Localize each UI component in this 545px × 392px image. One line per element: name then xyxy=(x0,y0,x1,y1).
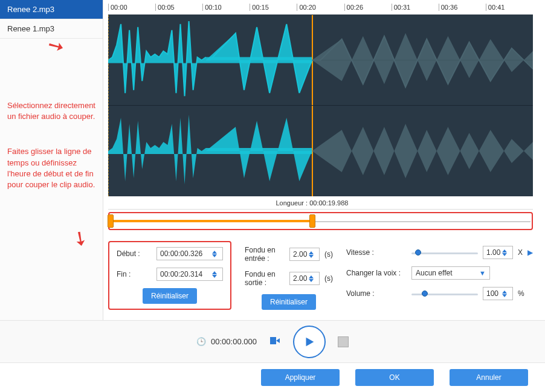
speed-input[interactable]: 1.00 xyxy=(483,246,513,259)
stop-button[interactable] xyxy=(338,336,349,347)
play-button[interactable] xyxy=(293,326,326,358)
ruler-tick: 00:31 xyxy=(392,4,439,11)
dialog-footer: Appliquer OK Annuler xyxy=(0,362,545,392)
spinner-icon[interactable] xyxy=(212,271,219,278)
range-slider[interactable] xyxy=(108,212,533,230)
fadeout-label: Fondu en sortie : xyxy=(245,270,285,287)
speed-value: 1.00 xyxy=(486,248,500,257)
voice-select[interactable]: Aucun effet ▼ xyxy=(411,266,490,280)
spinner-icon[interactable] xyxy=(309,251,316,258)
annotation-text: Sélectionnez directement un fichier audi… xyxy=(0,94,103,128)
start-time-value: 00:00:00.326 xyxy=(160,249,202,258)
waveform-display[interactable] xyxy=(108,15,533,196)
ruler-tick: 00:10 xyxy=(202,4,250,11)
ruler-tick: 00:20 xyxy=(297,4,344,11)
ruler-tick: 00:41 xyxy=(486,4,533,11)
slider-handle-start[interactable] xyxy=(108,214,114,228)
ok-button[interactable]: OK xyxy=(355,369,434,386)
fadeout-input[interactable]: 2.00 xyxy=(289,272,320,285)
time-ruler: 00:00 00:05 00:10 00:15 00:20 00:26 00:3… xyxy=(108,0,533,15)
fadeout-value: 2.00 xyxy=(293,274,307,283)
end-time-value: 00:00:20.314 xyxy=(160,270,202,278)
waveform-channel-left xyxy=(108,15,533,106)
waveform-channel-right xyxy=(108,106,533,196)
chevron-down-icon: ▼ xyxy=(479,269,486,277)
spinner-icon[interactable] xyxy=(502,249,509,256)
volume-label: Volume : xyxy=(346,289,407,298)
seconds-unit: (s) xyxy=(324,274,333,283)
start-time-input[interactable]: 00:00:00.326 xyxy=(156,247,223,260)
slider-selected-range xyxy=(111,220,312,222)
start-label: Début : xyxy=(117,249,152,258)
spinner-icon[interactable] xyxy=(212,251,219,257)
speed-label: Vitesse : xyxy=(346,248,407,257)
ruler-tick: 00:15 xyxy=(250,4,297,11)
ruler-tick: 00:26 xyxy=(344,4,392,11)
fadein-value: 2.00 xyxy=(293,250,307,259)
playback-time: 00:00:00.000 xyxy=(211,337,257,346)
spinner-icon[interactable] xyxy=(309,275,316,282)
cancel-button[interactable]: Annuler xyxy=(450,369,528,386)
fadein-label: Fondu en entrée : xyxy=(245,246,285,263)
marker-icon[interactable] xyxy=(269,336,281,347)
reset-fade-button[interactable]: Réinitialiser xyxy=(262,294,316,310)
volume-value: 100 xyxy=(486,289,498,298)
length-bar: Longueur : 00:00:19.988 xyxy=(108,196,533,210)
clock-icon: 🕒 xyxy=(196,337,206,346)
ruler-tick: 00:36 xyxy=(439,4,486,11)
length-value: 00:00:19.988 xyxy=(309,199,348,207)
volume-unit: % xyxy=(518,289,524,298)
speed-slider[interactable] xyxy=(411,248,478,257)
seconds-unit: (s) xyxy=(324,250,333,259)
end-label: Fin : xyxy=(117,270,152,278)
volume-slider[interactable] xyxy=(411,289,478,298)
slider-handle-end[interactable] xyxy=(309,214,315,228)
end-time-input[interactable]: 00:00:20.314 xyxy=(156,268,223,281)
file-sidebar: Renee 2.mp3 Renee 1.mp3 ➘ Sélectionnez d… xyxy=(0,0,103,320)
reset-trim-button[interactable]: Réinitialiser xyxy=(143,288,197,304)
length-label: Longueur : xyxy=(276,199,308,207)
speed-unit: X xyxy=(518,248,523,257)
apply-button[interactable]: Appliquer xyxy=(261,369,340,386)
spinner-icon[interactable] xyxy=(502,291,509,297)
volume-input[interactable]: 100 xyxy=(483,287,513,300)
fadein-input[interactable]: 2.00 xyxy=(289,248,320,261)
play-preview-icon[interactable]: ▶ xyxy=(527,248,533,257)
editor-panel: 00:00 00:05 00:10 00:15 00:20 00:26 00:3… xyxy=(103,0,545,320)
voice-value: Aucun effet xyxy=(416,269,453,277)
voice-label: Changer la voix : xyxy=(346,269,407,277)
ruler-tick: 00:05 xyxy=(155,4,202,11)
ruler-tick: 00:00 xyxy=(108,4,155,11)
playback-bar: 🕒 00:00:00.000 xyxy=(0,320,545,362)
